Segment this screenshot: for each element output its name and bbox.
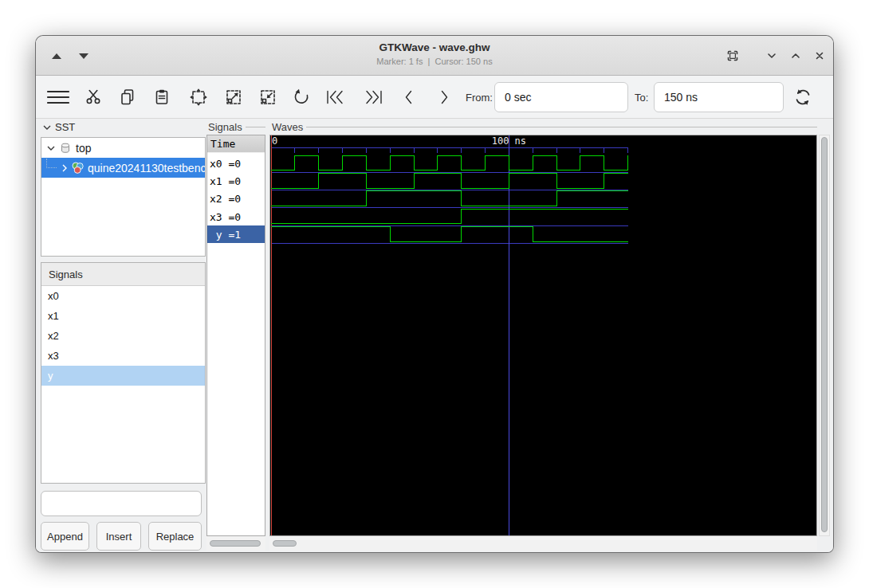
desktop: GTKWave - wave.ghw Marker: 1 fs | Cursor… <box>0 0 869 588</box>
reload-button[interactable] <box>788 83 817 112</box>
waves-frame-label: Waves <box>272 120 817 133</box>
database-icon <box>59 142 72 155</box>
paste-icon <box>152 88 171 107</box>
expander-chevron-right-icon[interactable] <box>58 162 71 174</box>
close-button[interactable] <box>809 46 830 65</box>
signal-list-item-x3[interactable]: x3 <box>41 346 205 366</box>
minimize-button[interactable] <box>761 46 782 65</box>
prev-edge-button[interactable] <box>395 83 423 112</box>
window-title: GTKWave - wave.ghw <box>195 41 674 54</box>
zoom-fit-icon <box>189 88 208 107</box>
name-row-x0[interactable]: x0 =0 <box>207 155 265 172</box>
zoom-fit-button[interactable] <box>184 83 213 112</box>
chevron-left-icon <box>399 88 419 107</box>
scissors-icon <box>84 88 103 107</box>
time-header[interactable]: Time <box>207 135 265 153</box>
toolbar: From: To: <box>36 76 833 119</box>
next-edge-button[interactable] <box>430 83 458 112</box>
main-area: SST top <box>36 119 833 552</box>
menu-button[interactable] <box>44 83 73 112</box>
tree-item-top[interactable]: top <box>41 138 205 158</box>
hamburger-icon <box>46 88 70 107</box>
signals-list-header: Signals <box>41 263 205 286</box>
scrollbar-thumb[interactable] <box>273 540 297 547</box>
fit-frame-icon <box>726 49 739 62</box>
sst-label: SST <box>55 121 75 133</box>
zoom-fit-headerbar-button[interactable] <box>722 46 743 65</box>
nav-down-button[interactable] <box>73 46 94 65</box>
chevron-right-icon <box>434 88 454 107</box>
undo-button[interactable] <box>287 83 316 112</box>
wave-trace-y <box>271 227 628 242</box>
signal-list-item-x1[interactable]: x1 <box>41 306 205 326</box>
copy-button[interactable] <box>113 83 142 112</box>
svg-text:100 ns: 100 ns <box>492 135 526 147</box>
maximize-button[interactable] <box>785 46 806 65</box>
to-label: To: <box>635 92 648 104</box>
reload-icon <box>792 87 813 108</box>
testbench-icon <box>71 161 85 174</box>
signal-list-item-x2[interactable]: x2 <box>41 326 205 346</box>
from-input[interactable] <box>494 82 628 112</box>
title-block: GTKWave - wave.ghw Marker: 1 fs | Cursor… <box>195 41 674 67</box>
copy-icon <box>118 88 137 107</box>
skip-to-start-button[interactable] <box>322 83 351 112</box>
signals-list-panel: Signals x0 x1 x2 x3 y <box>41 262 206 484</box>
names-frame-label: Signals <box>208 120 265 133</box>
signal-list-item-y[interactable]: y <box>41 366 205 386</box>
scrollbar-thumb[interactable] <box>821 137 828 532</box>
skip-end-icon <box>360 88 384 107</box>
tree-item-label: top <box>76 142 91 155</box>
name-row-x1[interactable]: x1 =0 <box>207 172 265 190</box>
names-horizontal-scrollbar[interactable] <box>206 536 265 551</box>
wave-trace-x2 <box>271 191 628 206</box>
zoom-out-button[interactable] <box>254 83 282 112</box>
scrollbar-thumb[interactable] <box>210 540 261 547</box>
signal-list-item-x0[interactable]: x0 <box>41 286 205 306</box>
insert-button[interactable]: Insert <box>96 522 141 551</box>
scope-tree: top quine20241130testbench <box>41 137 206 257</box>
cut-button[interactable] <box>79 83 108 112</box>
wave-canvas-svg[interactable]: 0100 ns <box>270 135 816 535</box>
sst-expander[interactable]: SST <box>42 121 75 133</box>
tree-item-testbench[interactable]: quine20241130testbench <box>41 158 205 178</box>
skip-to-end-button[interactable] <box>358 83 387 112</box>
triangle-up-icon <box>52 53 61 59</box>
from-label: From: <box>466 92 493 104</box>
expander-chevron-down-icon[interactable] <box>45 142 57 155</box>
tree-item-label: quine20241130testbench <box>88 162 205 174</box>
gtkwave-window: GTKWave - wave.ghw Marker: 1 fs | Cursor… <box>35 35 834 553</box>
to-input[interactable] <box>654 82 784 112</box>
signal-search[interactable] <box>41 491 202 516</box>
svg-text:0: 0 <box>272 135 277 147</box>
signal-names-panel: Time x0 =0 x1 =0 x2 =0 x3 =0 y =1 <box>206 135 265 536</box>
headerbar: GTKWave - wave.ghw Marker: 1 fs | Cursor… <box>36 36 833 76</box>
chevron-down-icon <box>765 49 778 62</box>
wave-trace-x3 <box>271 209 628 224</box>
window-subtitle: Marker: 1 fs | Cursor: 150 ns <box>195 56 674 67</box>
search-input[interactable] <box>53 497 196 511</box>
triangle-down-icon <box>79 53 88 59</box>
nav-up-button[interactable] <box>46 46 67 65</box>
waves-horizontal-scrollbar[interactable] <box>269 536 817 551</box>
undo-icon <box>292 88 311 107</box>
name-row-x3[interactable]: x3 =0 <box>207 208 265 225</box>
name-row-x2[interactable]: x2 =0 <box>207 190 265 208</box>
chevron-down-icon <box>42 123 52 132</box>
wave-trace-x1 <box>271 174 628 189</box>
name-row-y[interactable]: y =1 <box>207 225 265 243</box>
tree-branch-line <box>46 159 57 168</box>
zoom-out-icon <box>258 88 277 107</box>
skip-start-icon <box>324 88 348 107</box>
wave-canvas[interactable]: 0100 ns <box>269 135 817 536</box>
wave-trace-x0 <box>271 155 628 171</box>
close-icon <box>813 49 826 62</box>
zoom-in-button[interactable] <box>219 83 248 112</box>
waves-vertical-scrollbar[interactable] <box>819 135 830 536</box>
chevron-up-icon <box>789 49 802 62</box>
replace-button[interactable]: Replace <box>148 522 202 551</box>
paste-button[interactable] <box>147 83 176 112</box>
zoom-in-icon <box>224 88 243 107</box>
append-button[interactable]: Append <box>41 522 89 551</box>
